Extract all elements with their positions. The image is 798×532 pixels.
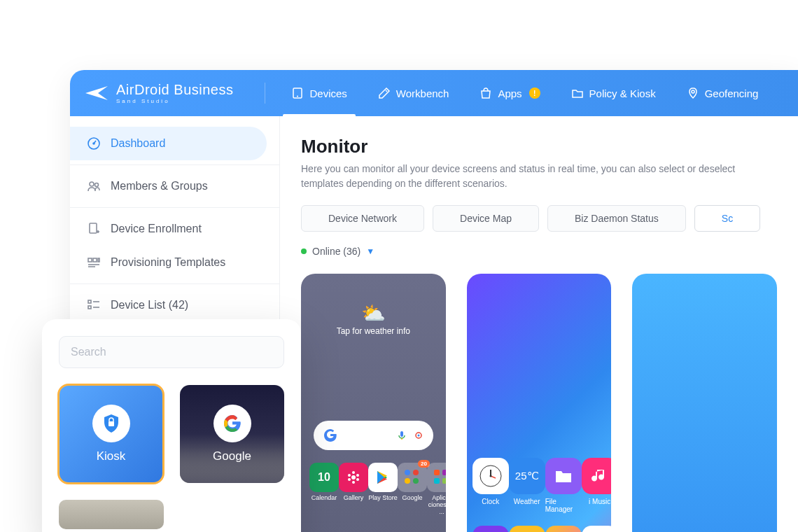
ceiling-card[interactable] [59, 500, 164, 529]
tablet-icon [291, 87, 304, 99]
tab-device-map[interactable]: Device Map [433, 205, 539, 232]
nav-workbench-label: Workbench [396, 88, 449, 99]
location-icon [687, 87, 699, 99]
weather-icon: ⛅ [301, 302, 446, 325]
svg-rect-16 [88, 306, 91, 309]
music-icon [582, 458, 612, 494]
sidebar-dashboard-label: Dashboard [111, 137, 165, 150]
svg-point-25 [356, 474, 359, 477]
app-clock: Clock [472, 458, 509, 513]
status-filter[interactable]: Online (36) ▼ [301, 246, 777, 257]
sidebar-members-label: Members & Groups [111, 180, 208, 192]
svg-point-22 [417, 435, 419, 437]
svg-point-23 [351, 475, 356, 479]
app-aplicaciones: 2 Aplica-ciones de ... [427, 463, 446, 516]
app-google-folder: 20 Google [398, 463, 427, 516]
sidebar-provisioning[interactable]: Provisioning Templates [70, 246, 279, 279]
mic-icon [397, 430, 407, 440]
app-imanager: iManager [472, 526, 509, 532]
tab-screens[interactable]: Sc [694, 205, 760, 232]
svg-point-27 [352, 481, 355, 484]
app-albums: Albums [545, 526, 582, 532]
device-screen-3[interactable] [632, 274, 777, 532]
google-g-icon [323, 428, 337, 442]
tab-device-network[interactable]: Device Network [301, 205, 424, 232]
sidebar-dashboard[interactable]: Dashboard [70, 127, 267, 160]
folder-app-icon [545, 458, 582, 494]
header: AirDroid Business Sand Studio Devices Wo… [70, 70, 798, 116]
online-status-dot [301, 248, 307, 254]
google-logo-icon [214, 405, 251, 442]
google-search-bar [314, 421, 433, 450]
tools-icon [378, 87, 391, 99]
app-imusic: i Music [582, 458, 612, 513]
sidebar-devicelist[interactable]: Device List (42) [70, 288, 279, 322]
svg-point-24 [352, 471, 355, 474]
device-screen-1[interactable]: ⛅ Tap for weather info 10 Calendar [301, 274, 446, 532]
app-playstore: Play Store [368, 463, 398, 516]
svg-point-5 [90, 182, 94, 186]
users-icon [87, 179, 101, 193]
search-input[interactable] [59, 336, 284, 368]
svg-rect-7 [90, 223, 97, 233]
svg-point-4 [93, 143, 94, 144]
tab-biz-daemon[interactable]: Biz Daemon Status [547, 205, 686, 232]
svg-rect-19 [400, 431, 403, 437]
lock-shield-icon [92, 405, 130, 442]
svg-point-26 [356, 478, 359, 481]
svg-point-31 [413, 470, 419, 475]
apps-folder-icon: 2 [427, 463, 446, 492]
svg-rect-34 [434, 470, 440, 475]
weather-text: Tap for weather info [301, 326, 446, 336]
app-notes: Notes [509, 526, 545, 532]
app-playstore-label: Play Store [368, 495, 398, 502]
google-card[interactable]: Google [180, 385, 284, 483]
svg-rect-15 [88, 300, 91, 303]
nav-separator [265, 83, 265, 104]
app-imusic-label: i Music [589, 498, 610, 505]
nav-apps-label: Apps [498, 88, 522, 99]
svg-point-29 [348, 474, 351, 477]
playstore-icon [368, 463, 398, 492]
nav-apps[interactable]: Apps ! [464, 70, 555, 116]
app-weather: 25℃ Weather [509, 458, 545, 513]
svg-rect-10 [88, 258, 92, 262]
svg-point-30 [405, 470, 410, 475]
svg-rect-35 [442, 470, 446, 475]
sidebar-enrollment[interactable]: Device Enrollment [70, 212, 279, 246]
chevron-down-icon: ▼ [366, 246, 374, 256]
monitor-tabs: Device Network Device Map Biz Daemon Sta… [301, 205, 777, 232]
google-folder-icon: 20 [398, 463, 427, 492]
main-content: Monitor Here you can monitor all your de… [280, 116, 798, 532]
nav-workbench[interactable]: Workbench [363, 70, 465, 116]
notification-badge: ! [529, 88, 540, 99]
nav-devices[interactable]: Devices [276, 70, 362, 116]
page-title: Monitor [301, 136, 777, 158]
nav-devices-label: Devices [309, 88, 346, 99]
svg-point-28 [348, 478, 351, 481]
list-icon [87, 298, 101, 312]
device-screen-2[interactable]: Clock 25℃ Weather File Manager [467, 274, 612, 532]
calendar-icon: 10 [309, 463, 339, 492]
app-aplica-label: Aplica-ciones de ... [427, 495, 446, 516]
nav-policy-label: Policy & Kiosk [589, 88, 656, 99]
nav-geofencing[interactable]: Geofencing [671, 70, 774, 116]
notes-icon [509, 526, 545, 532]
sidebar-devicelist-label: Device List (42) [111, 299, 188, 312]
sidebar-enrollment-label: Device Enrollment [111, 223, 202, 235]
nav-geofencing-label: Geofencing [705, 88, 759, 99]
weather-app-icon: 25℃ [509, 458, 545, 494]
sidebar-members[interactable]: Members & Groups [70, 169, 279, 203]
google-label: Google [213, 449, 251, 463]
brand-subtitle: Sand Studio [116, 98, 233, 104]
nav-policy[interactable]: Policy & Kiosk [556, 70, 671, 116]
logo: AirDroid Business Sand Studio [84, 80, 233, 106]
app-filemanager: File Manager [545, 458, 582, 513]
svg-rect-12 [98, 258, 99, 262]
svg-point-2 [692, 90, 694, 93]
online-count-label: Online (36) [312, 246, 360, 257]
kiosk-card[interactable]: Kiosk [59, 385, 163, 483]
top-nav: Devices Workbench Apps ! Policy & Kiosk … [276, 70, 774, 116]
folder-icon [571, 87, 584, 99]
svg-rect-11 [93, 258, 97, 262]
